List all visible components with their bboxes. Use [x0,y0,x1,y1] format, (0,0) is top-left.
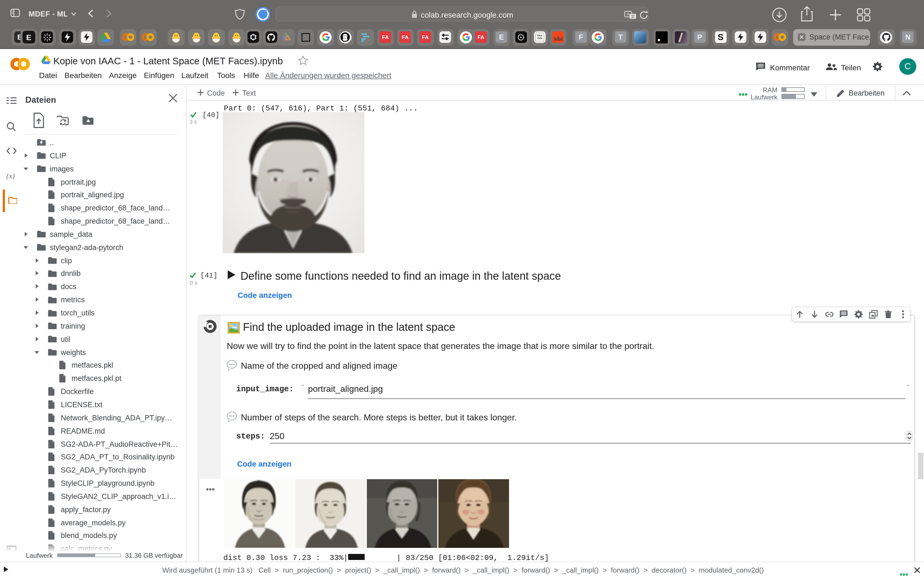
svg-text:Dear: Dear [537,34,542,37]
svg-text:Data: Data [537,37,542,40]
svg-text:A: A [627,12,630,16]
svg-text:文: 文 [631,14,635,19]
